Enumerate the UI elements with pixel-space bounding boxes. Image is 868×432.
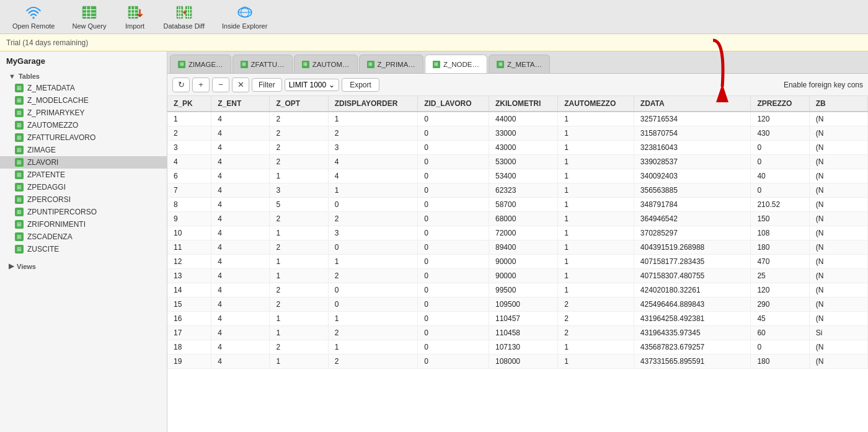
table-cell: 0 <box>418 169 489 183</box>
table-icon-z-modelcache <box>15 96 24 105</box>
sidebar-item-zlavori[interactable]: ZLAVORI <box>0 156 167 169</box>
col-header-zdata[interactable]: ZDATA <box>634 96 751 112</box>
col-header-z-pk[interactable]: Z_PK <box>167 96 211 112</box>
sidebar-item-zfatturelavoro[interactable]: ZFATTURELAVORO <box>0 131 167 144</box>
tab-zfattu[interactable]: ZFATTU… <box>232 55 293 73</box>
tab-zimage[interactable]: ZIMAGE… <box>170 55 231 73</box>
col-header-zdisplayorder[interactable]: ZDISPLAYORDER <box>328 96 417 112</box>
table-row[interactable]: 84500587001348791784210.52(N <box>167 198 868 212</box>
col-header-zb[interactable]: ZB <box>809 96 867 112</box>
table-row[interactable]: 144200995001424020180.32261120(N <box>167 283 868 298</box>
sidebar-item-zimage[interactable]: ZIMAGE <box>0 144 167 156</box>
tab-zmeta[interactable]: Z_META… <box>489 55 550 73</box>
table-row[interactable]: 342304300013238160430(N <box>167 141 868 155</box>
sidebar-item-z-modelcache[interactable]: Z_MODELCACHE <box>0 94 167 107</box>
sidebar-item-zpatente[interactable]: ZPATENTE <box>0 169 167 181</box>
table-cell: 1 <box>558 240 634 255</box>
table-row[interactable]: 1542001095002425496464.889843290(N <box>167 298 868 312</box>
table-cell: (N <box>809 340 867 355</box>
table-cell: 62323 <box>489 183 558 198</box>
table-cell: 4 <box>211 183 270 198</box>
table-row[interactable]: 442405300013390285370(N <box>167 155 868 169</box>
filter-button[interactable]: Filter <box>252 78 282 92</box>
table-cell: 4 <box>211 326 270 340</box>
tables-group-label[interactable]: ▼ Tables <box>0 71 167 82</box>
table-cell: (N <box>809 126 867 141</box>
delete-row-button[interactable]: − <box>212 77 229 92</box>
col-header-zid-lavoro[interactable]: ZID_LAVORO <box>418 96 489 112</box>
table-row[interactable]: 114200894001404391519.268988180(N <box>167 240 868 255</box>
table-cell: 4 <box>211 141 270 155</box>
table-cell: 0 <box>418 240 489 255</box>
col-header-z-opt[interactable]: Z_OPT <box>270 96 328 112</box>
table-row[interactable]: 94220680001364946542150(N <box>167 212 868 226</box>
database-name[interactable]: MyGarage <box>0 51 167 68</box>
tab-icon-zprim <box>367 61 374 68</box>
svg-point-2 <box>33 17 35 19</box>
table-cell: Si <box>809 326 867 340</box>
table-body: 14210440001325716534120(N242203300013158… <box>167 112 868 369</box>
new-query-button[interactable]: New Query <box>64 1 113 32</box>
table-row[interactable]: 134120900001407158307.48075525(N <box>167 269 868 283</box>
tab-zprim[interactable]: Z_PRIMA… <box>359 55 423 73</box>
table-row[interactable]: 6414053400134009240340(N <box>167 169 868 183</box>
table-row[interactable]: 743106232313565638850(N <box>167 183 868 198</box>
sidebar-item-zpuntipercorso[interactable]: ZPUNTIPERCORSO <box>0 206 167 218</box>
tab-zautom[interactable]: ZAUTOM… <box>294 55 358 73</box>
table-cell: (N <box>809 240 867 255</box>
sidebar-item-z-metadata[interactable]: Z_METADATA <box>0 82 167 94</box>
table-cell: 2 <box>270 298 328 312</box>
import-icon <box>126 4 144 21</box>
sidebar-item-z-primarykey[interactable]: Z_PRIMARYKEY <box>0 107 167 119</box>
table-row[interactable]: 1842101071301435687823.6792570(N <box>167 340 868 355</box>
sidebar-item-label-zlavori: ZLAVORI <box>27 158 58 167</box>
table-cell: 0 <box>418 183 489 198</box>
table-cell: 72000 <box>489 226 558 240</box>
table-row[interactable]: 104130720001370285297108(N <box>167 226 868 240</box>
table-row[interactable]: 1941201080001437331565.895591180(N <box>167 355 868 369</box>
table-cell: (N <box>809 141 867 155</box>
export-button[interactable]: Export <box>342 78 379 92</box>
import-button[interactable]: Import <box>117 1 154 32</box>
database-diff-button[interactable]: Database Diff <box>156 1 212 32</box>
cancel-button[interactable]: ✕ <box>232 77 249 92</box>
sidebar-item-zpedaggi[interactable]: ZPEDAGGI <box>0 181 167 193</box>
sidebar-item-label-z-primarykey: Z_PRIMARYKEY <box>27 108 84 117</box>
table-cell: 0 <box>328 283 417 298</box>
sidebar-item-zuscite[interactable]: ZUSCITE <box>0 243 167 255</box>
table-cell: 12 <box>167 255 211 269</box>
table-cell: (N <box>809 226 867 240</box>
table-cell: 4 <box>211 298 270 312</box>
table-cell: 2 <box>167 126 211 141</box>
table-cell: (N <box>809 355 867 369</box>
open-remote-button[interactable]: Open Remote <box>5 1 62 32</box>
sidebar-item-label-zpercorsi: ZPERCORSI <box>27 195 71 204</box>
refresh-button[interactable]: ↻ <box>172 77 190 92</box>
col-header-zprezzo[interactable]: ZPREZZO <box>751 96 809 112</box>
table-cell: 0 <box>751 340 809 355</box>
col-header-z-ent[interactable]: Z_ENT <box>211 96 270 112</box>
limit-selector[interactable]: LIMIT 1000 ⌄ <box>285 79 339 91</box>
table-cell: 2 <box>270 212 328 226</box>
table-row[interactable]: 1641101104572431964258.49238145(N <box>167 312 868 326</box>
tab-znode[interactable]: Z_NODE… <box>425 55 487 73</box>
views-group-label[interactable]: ▶ Views <box>0 260 167 272</box>
sidebar-item-label-zscadenza: ZSCADENZA <box>27 232 73 241</box>
sidebar-item-zscadenza[interactable]: ZSCADENZA <box>0 231 167 243</box>
add-row-button[interactable]: + <box>192 77 210 92</box>
table-row[interactable]: 24220330001315870754430(N <box>167 126 868 141</box>
sidebar-item-label-zuscite: ZUSCITE <box>27 245 59 253</box>
table-row[interactable]: 124110900001407158177.283435470(N <box>167 255 868 269</box>
sidebar-item-zpercorsi[interactable]: ZPERCORSI <box>0 193 167 206</box>
sidebar-item-zautomezzo[interactable]: ZAUTOMEZZO <box>0 119 167 131</box>
sidebar-item-zrifornimenti[interactable]: ZRIFORNIMENTI <box>0 218 167 231</box>
col-header-zkilometri[interactable]: ZKILOMETRI <box>489 96 558 112</box>
table-cell: 1 <box>270 326 328 340</box>
table-cell: 425496464.889843 <box>634 298 751 312</box>
inside-explorer-button[interactable]: Inside Explorer <box>215 1 275 32</box>
col-header-zautomezzo[interactable]: ZAUTOMEZZO <box>558 96 634 112</box>
data-table-container: Z_PK Z_ENT Z_OPT ZDISPLAYORDER ZID_LAVOR… <box>167 96 868 432</box>
table-row[interactable]: 14210440001325716534120(N <box>167 112 868 126</box>
table-row[interactable]: 1741201104582431964335.9734560Si <box>167 326 868 340</box>
table-cell: 4 <box>328 155 417 169</box>
